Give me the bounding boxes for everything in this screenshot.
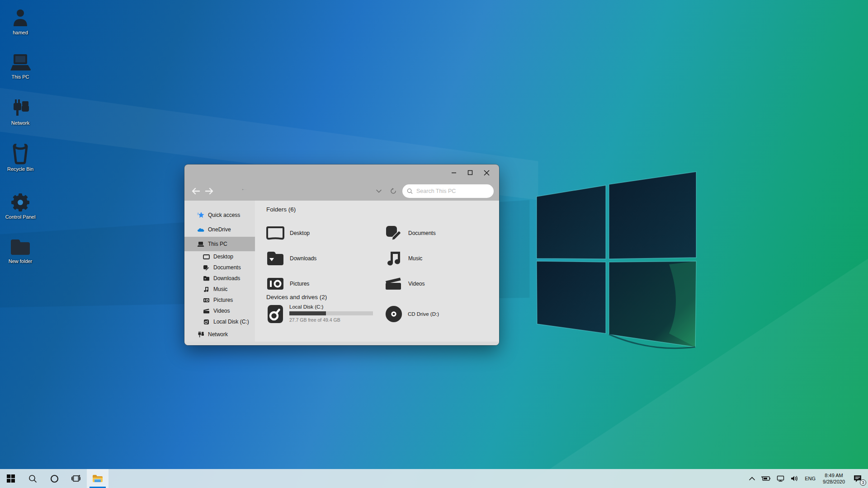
folder-item-videos[interactable]: Videos	[385, 271, 492, 296]
refresh-button[interactable]	[388, 186, 399, 197]
desktop-icon-recycle-bin[interactable]: Recycle Bin	[1, 142, 40, 172]
drive-item-local-disk-c[interactable]: Local Disk (C:) 27.7 GB free of 49.4 GB	[266, 304, 385, 324]
volume-button[interactable]	[788, 469, 801, 488]
back-button[interactable]	[189, 184, 203, 198]
sidebar-item-label: Local Disk (C:)	[213, 319, 249, 325]
maximize-button[interactable]	[466, 168, 475, 177]
action-center-button[interactable]: 3	[850, 469, 865, 488]
sidebar-item-this-pc[interactable]: This PC	[184, 237, 255, 251]
sidebar-item-quick-access[interactable]: Quick access	[184, 208, 255, 222]
sidebar-item-music[interactable]: Music	[184, 284, 255, 295]
onedrive-cloud-icon	[197, 226, 204, 233]
disk-free-space: 27.7 GB free of 49.4 GB	[289, 317, 373, 323]
navigation-pane: Quick access OneDrive This PC	[184, 201, 255, 342]
folder-item-label: Pictures	[290, 281, 309, 287]
sidebar-item-onedrive[interactable]: OneDrive	[184, 222, 255, 237]
quick-access-star-icon	[197, 211, 204, 219]
desktop-icon-new-folder[interactable]: New folder	[1, 234, 40, 264]
sidebar-item-videos[interactable]: Videos	[184, 305, 255, 316]
desktop-icon-label: Control Panel	[1, 214, 40, 220]
battery-icon	[761, 476, 770, 481]
downloads-folder-icon	[203, 275, 210, 282]
windows-logo-art	[533, 163, 702, 354]
folder-item-documents[interactable]: Documents	[385, 221, 492, 246]
file-explorer-window: ▸·· Quick	[184, 164, 499, 345]
cortana-button[interactable]	[43, 469, 65, 488]
address-bar[interactable]: ▸··	[242, 188, 247, 191]
address-dropdown-button[interactable]	[373, 186, 384, 197]
folder-item-desktop[interactable]: Desktop	[266, 221, 385, 246]
sidebar-item-local-disk-c[interactable]: Local Disk (C:)	[184, 316, 255, 327]
desktop-icon-label: New folder	[1, 258, 40, 264]
folder-item-downloads[interactable]: Downloads	[266, 246, 385, 271]
folder-item-label: Videos	[408, 281, 425, 287]
sidebar-item-documents[interactable]: Documents	[184, 262, 255, 273]
chevron-up-icon	[749, 477, 755, 480]
videos-icon	[203, 307, 210, 314]
disk-icon	[266, 304, 284, 324]
desktop-icon-this-pc[interactable]: This PC	[1, 50, 40, 80]
gear-icon	[1, 190, 40, 212]
desktop-wallpaper: hamed This PC Network Recycle Bin	[0, 0, 868, 488]
back-arrow-icon	[191, 188, 200, 195]
file-explorer-icon	[92, 474, 103, 483]
title-bar[interactable]	[184, 164, 499, 182]
battery-button[interactable]	[759, 469, 773, 488]
sidebar-item-downloads[interactable]: Downloads	[184, 273, 255, 284]
search-icon	[407, 188, 413, 194]
monitor-icon	[203, 253, 210, 260]
search-icon	[28, 474, 37, 483]
music-note-icon	[203, 286, 210, 293]
drive-label: CD Drive (D:)	[408, 311, 439, 317]
minimize-button[interactable]	[449, 168, 458, 177]
folder-item-label: Desktop	[290, 230, 310, 236]
desktop-icon-user[interactable]: hamed	[1, 5, 40, 35]
laptop-icon	[197, 240, 204, 248]
task-view-button[interactable]	[65, 469, 87, 488]
start-button[interactable]	[0, 469, 22, 488]
sidebar-item-label: Desktop	[213, 253, 233, 260]
maximize-icon	[467, 170, 473, 175]
folder-item-music[interactable]: Music	[385, 246, 492, 271]
search-input[interactable]	[416, 188, 489, 194]
network-status-button[interactable]	[774, 469, 787, 488]
taskbar-search-button[interactable]	[22, 469, 43, 488]
desktop-icon-control-panel[interactable]: Control Panel	[1, 190, 40, 220]
taskbar-file-explorer-button[interactable]	[87, 469, 108, 488]
forward-button[interactable]	[203, 184, 216, 198]
section-header-devices: Devices and drives (2)	[266, 294, 327, 300]
minimize-icon	[451, 170, 457, 175]
folder-item-label: Downloads	[290, 255, 316, 262]
pictures-icon	[203, 296, 210, 304]
start-icon	[7, 474, 15, 483]
volume-icon	[791, 475, 798, 482]
folder-item-pictures[interactable]: Pictures	[266, 271, 385, 296]
disk-usage-bar	[289, 311, 373, 315]
language-indicator[interactable]: ENG	[802, 469, 818, 488]
folder-icon	[1, 234, 40, 257]
forward-arrow-icon	[205, 188, 214, 195]
hidden-icons-button[interactable]	[747, 469, 757, 488]
sidebar-item-network[interactable]: Network	[184, 327, 255, 342]
close-button[interactable]	[482, 168, 491, 177]
drive-item-cd-d[interactable]: CD Drive (D:)	[385, 304, 439, 324]
chevron-down-icon	[376, 189, 382, 193]
folder-item-label: Music	[408, 255, 422, 262]
desktop-icon-label: Recycle Bin	[1, 166, 40, 172]
search-box[interactable]	[402, 184, 494, 198]
taskbar-clock[interactable]: 8:49 AM 9/28/2020	[820, 469, 848, 488]
drives-row: Local Disk (C:) 27.7 GB free of 49.4 GB …	[266, 304, 439, 324]
desktop-icon-label: hamed	[1, 30, 40, 35]
desktop-icon-network[interactable]: Network	[1, 96, 40, 126]
sidebar-item-label: Quick access	[208, 212, 240, 218]
cd-icon	[385, 304, 403, 324]
videos-icon	[385, 275, 403, 293]
task-view-icon	[71, 474, 80, 483]
sidebar-item-desktop[interactable]: Desktop	[184, 251, 255, 262]
disk-icon	[203, 318, 210, 325]
sidebar-item-pictures[interactable]: Pictures	[184, 295, 255, 305]
file-list-pane: Folders (6) Desktop Documents	[255, 201, 499, 342]
folders-grid: Desktop Documents Downloads	[266, 221, 492, 296]
network-status-icon	[777, 475, 784, 482]
sidebar-item-label: Videos	[213, 308, 230, 314]
